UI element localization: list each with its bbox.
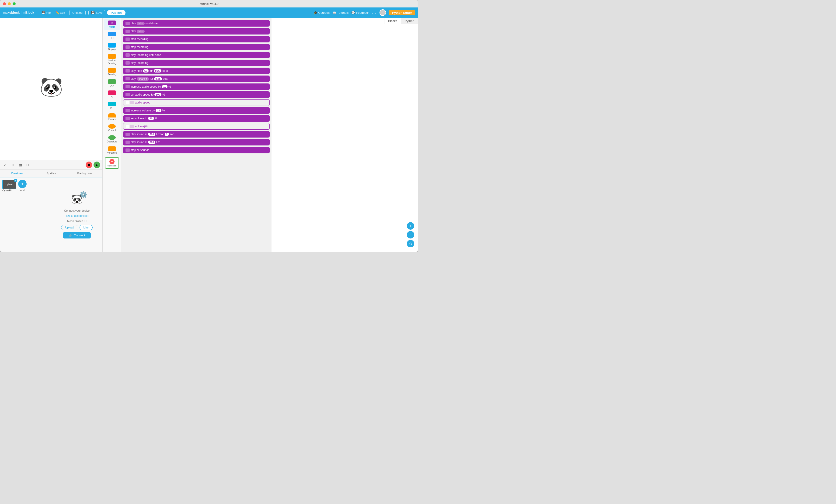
variables-label: Variables — [107, 152, 117, 154]
tab-blocks[interactable]: Blocks — [384, 18, 401, 24]
run-button[interactable]: ▶ — [94, 161, 100, 168]
python-editor-button[interactable]: Python Editor — [389, 10, 415, 15]
block-checkbox-speed[interactable] — [126, 101, 129, 104]
minimize-button[interactable] — [8, 2, 11, 5]
connect-device-text: Connect your device — [64, 209, 90, 212]
block-dropdown-hi2[interactable]: hi ▾ — [137, 30, 145, 33]
block-pill-beat2[interactable]: 0.25 — [154, 77, 162, 80]
add-device-button[interactable]: + — [18, 180, 26, 188]
block-pill-vol2[interactable]: 30 — [148, 117, 154, 120]
block-stop-all-sounds[interactable]: stop all sounds — [123, 147, 270, 153]
grid-3-icon[interactable]: ▦ — [17, 162, 23, 168]
info-icon: ⓘ — [84, 219, 87, 223]
block-pill-vol[interactable]: 10 — [156, 109, 161, 112]
block-pill-speed[interactable]: 10 — [162, 85, 168, 88]
block-play-hi[interactable]: play hi ▾ — [123, 28, 270, 35]
user-avatar[interactable] — [380, 9, 386, 16]
file-menu[interactable]: 💾 File — [40, 11, 52, 15]
block-pill-hz[interactable]: 700 — [148, 133, 155, 136]
category-iot[interactable]: IoT — [104, 100, 120, 111]
mode-buttons: Upload Live — [61, 225, 92, 230]
courses-link[interactable]: 🎓 Courses — [314, 11, 329, 15]
add-device-item[interactable]: + add — [18, 180, 26, 192]
tutorials-link[interactable]: 📖 Tutorials — [332, 11, 348, 15]
feedback-link[interactable]: 💬 Feedback — [351, 11, 369, 15]
block-stop-recording[interactable]: stop recording — [123, 44, 270, 50]
block-handle-icon — [126, 140, 130, 144]
block-play-hi-until-done[interactable]: play hi ▾ until done — [123, 20, 270, 26]
tab-background[interactable]: Background — [68, 170, 102, 177]
block-pill-note[interactable]: 60 — [143, 69, 149, 73]
block-set-audio-speed[interactable]: set audio speed to 100 % — [123, 91, 270, 98]
block-set-volume[interactable]: set volume to 30 % — [123, 115, 270, 122]
block-dropdown-hi[interactable]: hi ▾ — [137, 22, 145, 25]
category-led[interactable]: LED — [104, 30, 120, 41]
connect-button[interactable]: 🔗 Connect — [63, 232, 91, 238]
category-audio[interactable]: ♪♪ Audio — [104, 19, 120, 30]
extension-button[interactable]: + extension — [105, 157, 119, 169]
block-play-note[interactable]: play note 60 for 0.25 beat — [123, 67, 270, 74]
iot-icon — [108, 102, 116, 106]
code-area: Blocks Python + - ⊙ — [271, 18, 418, 252]
category-control[interactable]: Control — [104, 123, 120, 133]
how-to-link[interactable]: How to use device? — [64, 214, 89, 217]
block-handle-icon — [126, 30, 130, 33]
maximize-button[interactable] — [13, 2, 16, 5]
motion-label: Motion Sensing — [104, 59, 120, 65]
block-handle-icon — [126, 69, 130, 73]
zoom-in-button[interactable]: + — [407, 222, 414, 230]
zoom-out-button[interactable]: - — [407, 231, 414, 238]
block-start-recording[interactable]: start recording — [123, 36, 270, 42]
live-mode-button[interactable]: Live — [79, 225, 93, 230]
category-ai[interactable]: AI — [104, 89, 120, 100]
block-play-recording[interactable]: play recording — [123, 60, 270, 66]
delete-device-badge[interactable]: × — [14, 179, 17, 182]
fullscreen-icon[interactable]: ⤢ — [2, 162, 8, 168]
close-button[interactable] — [3, 2, 6, 5]
category-motion[interactable]: Motion Sensing — [104, 53, 120, 66]
block-play-sound-hz-sec[interactable]: play sound at 700 Hz for 1 sec — [123, 131, 270, 138]
audio-label: Audio — [109, 26, 115, 28]
tab-devices[interactable]: Devices — [0, 170, 34, 177]
publish-button[interactable]: Publish — [107, 10, 126, 15]
category-operators[interactable]: Operators — [104, 134, 120, 144]
zoom-reset-button[interactable]: ⊙ — [407, 240, 414, 247]
cyberpi-device[interactable]: CyberPi CyberPi × — [2, 180, 16, 192]
block-audio-speed[interactable]: audio speed — [123, 99, 270, 106]
tab-python[interactable]: Python — [401, 18, 418, 24]
block-pill-speed2[interactable]: 100 — [154, 93, 162, 96]
block-increase-audio-speed[interactable]: increase audio speed by 10 % — [123, 83, 270, 90]
block-play-recording-until-done[interactable]: play recording until done — [123, 52, 270, 58]
more-options-button[interactable]: ... — [372, 11, 377, 15]
project-name-field[interactable]: Untitled — [69, 10, 86, 15]
save-button[interactable]: 💾 Save — [89, 10, 105, 15]
category-display[interactable]: Display — [104, 41, 120, 52]
traffic-lights — [3, 2, 16, 5]
category-events[interactable]: Events — [104, 112, 120, 122]
block-play-sound-hz[interactable]: play sound at 700 Hz — [123, 139, 270, 146]
block-play-snare[interactable]: play snare ▾ for 0.25 beat — [123, 76, 270, 82]
block-dropdown-snare[interactable]: snare ▾ — [137, 77, 149, 81]
control-icon — [108, 124, 116, 129]
block-checkbox-vol[interactable] — [126, 125, 129, 128]
category-variables[interactable]: Variables — [104, 145, 120, 156]
category-lan[interactable]: LAN — [104, 78, 120, 89]
category-sensing[interactable]: Sensing — [104, 67, 120, 77]
stage-panel: 🐼 ⤢ ⊞ ▦ ⊟ ⏹ ▶ Devices Sprites Background — [0, 18, 102, 252]
block-handle-icon — [126, 85, 130, 88]
mode-switch: Mode Switch ⓘ — [67, 219, 87, 223]
variables-icon — [108, 147, 116, 151]
block-pill-sec[interactable]: 1 — [165, 133, 169, 136]
block-handle-icon — [126, 133, 130, 136]
block-pill-hz2[interactable]: 700 — [148, 140, 155, 144]
block-volume[interactable]: volume(%) — [123, 123, 270, 130]
grid-2-icon[interactable]: ⊞ — [10, 162, 16, 168]
tab-sprites[interactable]: Sprites — [34, 170, 68, 177]
block-pill-beat[interactable]: 0.25 — [154, 69, 162, 73]
grid-4-icon[interactable]: ⊟ — [25, 162, 31, 168]
block-increase-volume[interactable]: increase volume by 10 % — [123, 107, 270, 114]
stop-button[interactable]: ⏹ — [86, 161, 92, 168]
edit-menu[interactable]: ✏️ Edit — [54, 11, 66, 15]
audio-icon-inner: ♪♪ — [111, 22, 113, 24]
upload-mode-button[interactable]: Upload — [61, 225, 78, 230]
